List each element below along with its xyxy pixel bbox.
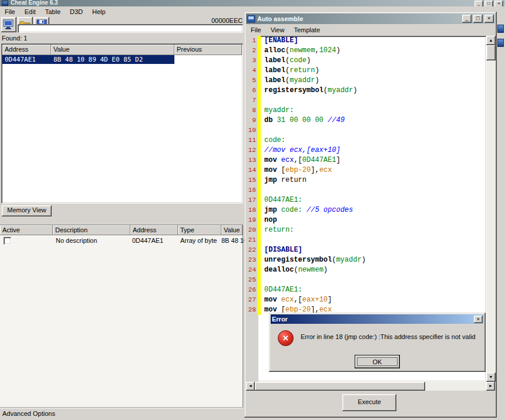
assembler-window-icon [247,15,255,23]
modified-line-marker [257,295,261,305]
code-text: jmp return [264,175,307,185]
advanced-options-bar[interactable]: Advanced Options [0,407,243,420]
cheat-table-row[interactable]: No description 0D447AE1 Array of byte 8B… [0,235,243,246]
code-line: 12//mov ecx,[eax+10] [247,145,486,155]
modified-line-marker [257,155,261,165]
code-line: 1[ENABLE] [247,36,486,46]
execute-button[interactable]: Execute [342,394,396,411]
modified-line-marker [257,106,261,116]
scroll-down-icon[interactable]: ▼ [486,372,496,382]
vscroll-thumb[interactable] [486,45,496,60]
scan-progress-bar [18,24,243,33]
code-line: 25 [247,275,486,285]
line-number: 15 [247,175,257,185]
editor-vscrollbar[interactable]: ▲ ▼ [486,36,496,382]
modified-line-marker [257,215,261,225]
menu-item-file[interactable]: File [246,25,266,35]
code-line: 24dealloc(newmem) [247,265,486,275]
line-number: 23 [247,255,257,265]
code-text: [DISABLE] [264,245,302,255]
column-header-active[interactable]: Active [0,225,53,235]
maximize-icon[interactable]: □ [473,15,483,23]
modified-line-marker [257,136,261,145]
close-icon[interactable]: × [474,316,483,323]
entry-description-cell: No description [56,237,97,244]
entry-type-cell: Array of byte [180,237,217,244]
code-text: //mov ecx,[eax+10] [264,145,341,155]
modified-line-marker [257,285,261,295]
found-row-selected[interactable]: 0D447AE1 8B 48 10 89 4D E0 85 D2 [2,55,242,64]
modified-line-marker [257,36,261,46]
computer-icon [3,19,15,30]
line-number: 24 [247,265,257,275]
modified-line-marker [257,235,261,245]
menu-item-table[interactable]: Table [41,7,65,16]
modified-line-marker [257,205,261,215]
open-process-button[interactable] [1,17,16,32]
menu-item-d3d[interactable]: D3D [65,7,87,16]
main-window-title: Cheat Engine 6.3 [11,0,58,6]
code-line: 170D447AE1: [247,195,486,205]
code-line: 15jmp return [247,175,486,185]
ok-button[interactable]: OK [355,355,400,368]
code-text: dealloc(newmem) [264,265,328,275]
close-icon[interactable]: × [494,1,503,6]
modified-line-marker [257,185,261,195]
menu-item-help[interactable]: Help [87,7,110,16]
screen: Cheat Engine 6.3 _ □ × File Edit Table D… [0,0,505,420]
scroll-left-icon[interactable]: ◄ [246,382,255,391]
close-icon[interactable]: × [484,15,494,23]
code-line: 20return: [247,225,486,235]
modified-line-marker [257,46,261,56]
line-number: 16 [247,185,257,195]
scroll-up-icon[interactable]: ▲ [486,36,496,45]
entry-address-cell: 0D447AE1 [132,237,163,244]
minimize-icon[interactable]: _ [462,15,472,23]
code-text: nop [264,215,277,225]
column-header-address[interactable]: Address [130,225,178,235]
code-line: 18jmp code: //5 opcodes [247,205,486,215]
found-address-cell: 0D447AE1 [2,55,51,64]
line-number: 4 [247,66,257,76]
column-header-value[interactable]: Value [221,225,243,235]
menu-item-file[interactable]: File [0,7,20,16]
column-header-previous[interactable]: Previous [174,45,242,55]
error-icon: ✕ [278,330,294,346]
code-line: 4label(return) [247,66,486,76]
code-line: 21 [247,235,486,245]
cheat-table-header: Active Description Address Type Value [0,225,243,235]
hscroll-thumb[interactable] [255,382,425,391]
menu-item-template[interactable]: Template [289,25,325,35]
editor-hscrollbar[interactable]: ◄ ► [246,382,495,391]
line-number: 17 [247,195,257,205]
code-line: 6registersymbol(myaddr) [247,86,486,96]
partial-icon-top [497,25,504,33]
line-number: 26 [247,285,257,295]
code-text: myaddr: [264,106,294,116]
menu-item-edit[interactable]: Edit [20,7,41,16]
partial-icon-bottom [497,39,504,47]
line-number: 1 [247,36,257,46]
memory-view-button[interactable]: Memory View [2,205,52,216]
column-header-type[interactable]: Type [178,225,221,235]
code-text: label(code) [264,56,311,66]
line-number: 5 [247,76,257,86]
code-line: 23unregistersymbol(myaddr) [247,255,486,265]
main-titlebar: Cheat Engine 6.3 _ □ × [0,0,505,6]
column-header-value[interactable]: Value [51,45,174,55]
maximize-icon[interactable]: □ [484,1,493,6]
minimize-icon[interactable]: _ [474,1,483,6]
code-lines: 1[ENABLE]2alloc(newmem,1024)3label(code)… [247,36,486,315]
modified-line-marker [257,225,261,235]
scroll-right-icon[interactable]: ► [486,382,495,391]
found-value-cell: 8B 48 10 89 4D E0 85 D2 [51,55,174,64]
menu-item-view[interactable]: View [266,25,289,35]
column-header-description[interactable]: Description [53,225,130,235]
modified-line-marker [257,126,261,136]
code-line: 5label(myaddr) [247,76,486,86]
code-text: return: [264,225,294,235]
column-header-address[interactable]: Address [2,45,51,55]
error-titlebar: Error × [271,314,484,324]
error-message: Error in line 18 (jmp code:) :This addre… [301,333,481,341]
entry-active-checkbox[interactable] [4,237,11,245]
